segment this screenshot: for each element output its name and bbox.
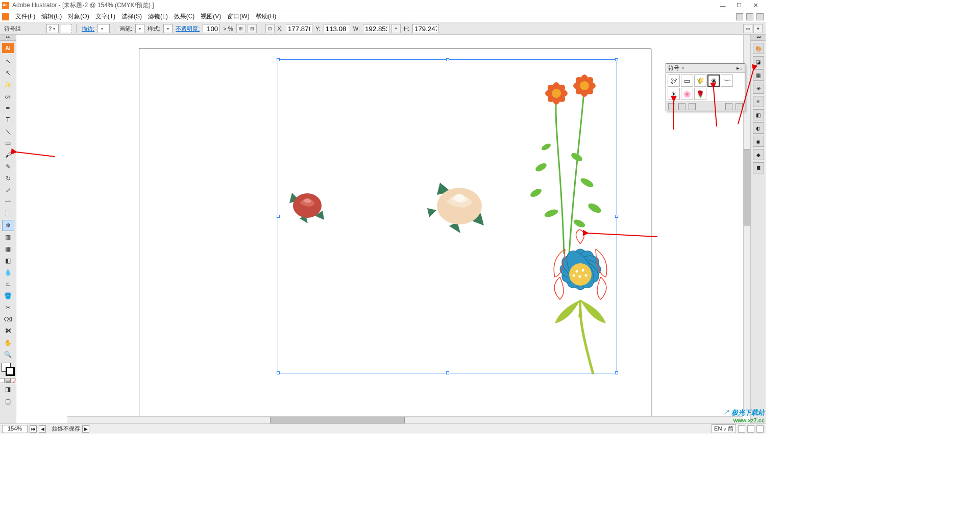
zoom-tool[interactable]: 🔍 (2, 349, 14, 360)
color-panel-icon[interactable]: 🎨 (753, 43, 764, 54)
menu-help[interactable]: 帮助(H) (253, 11, 280, 22)
swatches-panel-icon[interactable]: ▦ (753, 69, 764, 81)
stroke-weight-dropdown[interactable] (97, 24, 110, 33)
symbol-grass[interactable]: 〰 (721, 74, 733, 87)
free-transform-tool[interactable]: ⛶ (2, 208, 14, 219)
graph-tool[interactable]: ▥ (2, 232, 14, 243)
status-icon-1[interactable] (738, 425, 745, 433)
stroke-swatch[interactable] (6, 367, 15, 376)
screen-mode-toggle[interactable]: ◨ (2, 384, 14, 395)
doc-restore-button[interactable] (746, 13, 753, 20)
opacity-link[interactable]: 不透明度: (176, 25, 200, 33)
preferences-icon[interactable]: ⊟ (248, 24, 257, 33)
w-input[interactable] (363, 24, 389, 33)
right-strip-expand-handle[interactable]: ◂◂ (751, 35, 766, 41)
reference-point-icon[interactable]: ⊡ (265, 24, 275, 33)
screen-mode-full[interactable]: ▢ (2, 396, 14, 407)
menu-filter[interactable]: 滤镜(L) (145, 11, 171, 22)
paintbrush-tool[interactable]: 🖌 (2, 149, 14, 161)
zoom-dropdown[interactable]: 154% (2, 425, 28, 433)
live-paint-tool[interactable]: 🪣 (2, 290, 14, 301)
toolbox-expand-handle[interactable]: ▸▸ (0, 35, 16, 41)
rectangle-tool[interactable]: ▭ (2, 138, 14, 149)
symbol-delete-button[interactable] (736, 103, 743, 110)
menu-file[interactable]: 文件(F) (12, 11, 38, 22)
symbol-sun[interactable]: ☀ (668, 88, 680, 100)
symbol-cloud[interactable]: ▭ (681, 74, 693, 87)
x-input[interactable] (286, 24, 312, 33)
arrange-icon[interactable]: ▾ (753, 24, 763, 33)
doc-minimize-button[interactable] (736, 13, 743, 20)
transparency-panel-icon[interactable]: ◐ (753, 122, 764, 134)
screen-mode-icon[interactable]: ▭ (743, 24, 752, 33)
doc-setup-icon[interactable]: ⊞ (236, 24, 246, 33)
symbols-panel-menu-icon[interactable]: ▸≡ (737, 65, 743, 71)
menu-view[interactable]: 视图(V) (198, 11, 224, 22)
menu-object[interactable]: 对象(O) (65, 11, 92, 22)
pencil-tool[interactable]: ✎ (2, 161, 14, 172)
scissors-tool[interactable]: ✀ (2, 325, 14, 337)
eyedropper-tool[interactable]: 💧 (2, 267, 14, 278)
canvas[interactable] (16, 35, 750, 423)
symbol-bird[interactable]: 🕊 (668, 74, 680, 87)
symbol-blue-flower[interactable]: ❀ (707, 74, 720, 87)
mesh-tool[interactable]: ▦ (2, 243, 14, 255)
color-guide-panel-icon[interactable]: ◪ (753, 56, 764, 67)
crop-tool[interactable]: ✂ (2, 302, 14, 313)
eraser-tool[interactable]: ⌫ (2, 314, 14, 325)
symbol-options-button[interactable] (689, 103, 696, 110)
first-page-button[interactable]: ⏮ (30, 425, 37, 433)
type-tool[interactable]: T (2, 114, 14, 125)
symbol-stem[interactable]: 🌾 (694, 74, 706, 87)
ime-indicator[interactable]: EN ♪ 简 (712, 424, 736, 433)
selection-bounding-box[interactable] (278, 59, 617, 373)
horizontal-scrollbar[interactable] (67, 416, 743, 423)
menu-effect[interactable]: 效果(C) (171, 11, 198, 22)
gradient-panel-icon[interactable]: ◧ (753, 109, 764, 120)
menu-type[interactable]: 文字(T) (92, 11, 118, 22)
color-mode-none[interactable] (12, 378, 17, 383)
lasso-tool[interactable]: ᔕ (2, 91, 14, 102)
y-input[interactable] (324, 24, 350, 33)
blend-tool[interactable]: ⎌ (2, 279, 14, 290)
selection-tool[interactable]: ↖ (2, 56, 14, 67)
symbol-rose-red[interactable]: 🌹 (694, 88, 706, 100)
help-dropdown[interactable]: ? (46, 24, 59, 33)
menu-edit[interactable]: 编辑(E) (38, 11, 65, 22)
pen-tool[interactable]: ✒ (2, 103, 14, 114)
style-dropdown[interactable] (163, 24, 173, 33)
status-icon-3[interactable] (756, 425, 764, 433)
symbols-panel-header[interactable]: 符号 × ▸≡ (666, 64, 745, 73)
symbol-rose-pink[interactable]: 🌸 (681, 88, 693, 100)
minimize-button[interactable]: — (715, 0, 731, 11)
gradient-tool[interactable]: ◧ (2, 255, 14, 266)
graphic-styles-panel-icon[interactable]: ◆ (753, 149, 764, 160)
layers-panel-icon[interactable]: ≣ (753, 162, 764, 173)
direct-selection-tool[interactable]: ↖ (2, 67, 14, 79)
scale-tool[interactable]: ⤢ (2, 185, 14, 196)
menu-select[interactable]: 选择(S) (118, 11, 145, 22)
symbol-place-button[interactable] (668, 103, 675, 110)
link-wh-icon[interactable]: ⚭ (391, 24, 401, 33)
appearance-panel-icon[interactable]: ◉ (753, 136, 764, 147)
prev-page-button[interactable]: ◀ (39, 425, 46, 433)
menu-window[interactable]: 窗口(W) (224, 11, 252, 22)
rotate-tool[interactable]: ↻ (2, 173, 14, 184)
symbols-panel[interactable]: 符号 × ▸≡ 🕊▭🌾❀〰☀🌸🌹 (666, 63, 745, 111)
symbol-sprayer-tool[interactable]: ❄ (2, 220, 14, 231)
line-tool[interactable]: ＼ (2, 126, 14, 137)
symbols-panel-close-icon[interactable]: × (681, 65, 684, 71)
symbol-new-button[interactable] (725, 103, 732, 110)
hand-tool[interactable]: ✋ (2, 337, 14, 348)
symbol-break-link-button[interactable] (678, 103, 685, 110)
symbols-panel-icon[interactable]: ❀ (753, 83, 764, 94)
next-page-button[interactable]: ▶ (82, 425, 89, 433)
color-mode-solid[interactable] (0, 378, 5, 383)
status-icon-2[interactable] (747, 425, 754, 433)
opacity-input[interactable] (203, 24, 220, 33)
warp-tool[interactable]: 〰 (2, 196, 14, 208)
doc-close-button[interactable] (756, 13, 764, 20)
maximize-button[interactable]: ☐ (731, 0, 747, 11)
brush-dropdown[interactable] (135, 24, 144, 33)
stroke-link[interactable]: 描边: (82, 25, 94, 33)
